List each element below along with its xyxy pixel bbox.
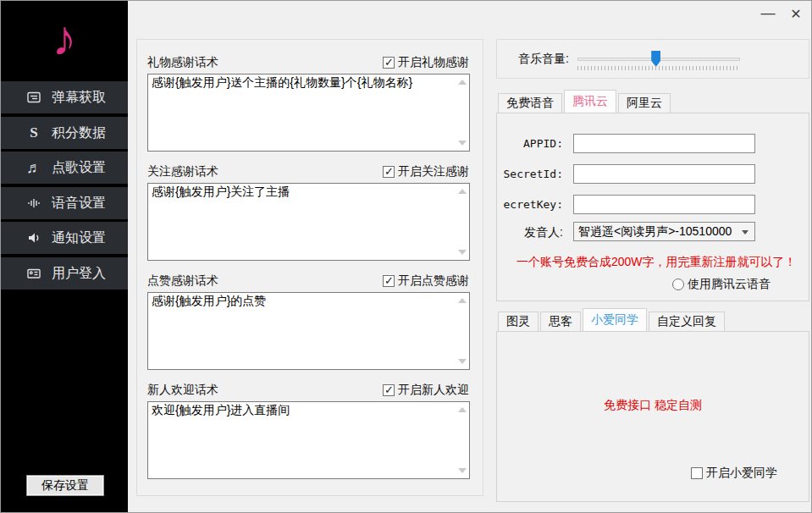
sidebar: ♪ 弹幕获取 S 积分数据 ♬ 点歌设置 语音设置 通知设置 bbox=[1, 1, 128, 513]
section-label: 礼物感谢话术 bbox=[147, 55, 218, 70]
tab-label: 自定义回复 bbox=[657, 314, 716, 329]
checkbox-icon[interactable] bbox=[383, 166, 395, 178]
thanks-phrases-panel: 礼物感谢话术 开启礼物感谢 感谢{触发用户}送个主播的{礼物数量}个{礼物名称}… bbox=[136, 39, 483, 496]
sidebar-item-song-request[interactable]: ♬ 点歌设置 bbox=[1, 152, 128, 184]
scroll-down-icon[interactable] bbox=[458, 141, 467, 146]
radio-label: 使用腾讯云语音 bbox=[688, 277, 771, 292]
secretid-label: SecretId: bbox=[497, 168, 563, 180]
gift-thanks-toggle[interactable]: 开启礼物感谢 bbox=[383, 55, 469, 70]
sidebar-item-label: 通知设置 bbox=[52, 229, 106, 247]
radio-icon[interactable] bbox=[672, 279, 684, 290]
section-label: 点赞感谢话术 bbox=[147, 273, 218, 289]
tab-label: 小爱同学 bbox=[591, 312, 638, 328]
toggle-label: 开启礼物感谢 bbox=[398, 55, 469, 70]
auto-reply-tabs: 图灵 思客 小爱同学 自定义回复 bbox=[498, 308, 726, 331]
use-tencent-voice-radio[interactable]: 使用腾讯云语音 bbox=[672, 277, 771, 292]
points-s-icon: S bbox=[25, 124, 42, 141]
tencent-cloud-panel: APPID: SecretId: ecretKey: 发音人: 智逍遥<阅读男声… bbox=[496, 113, 809, 301]
music-note-logo-icon: ♪ bbox=[52, 14, 77, 63]
newcomer-welcome-textarea[interactable]: 欢迎{触发用户}进入直播间 bbox=[148, 402, 469, 478]
sidebar-item-label: 弹幕获取 bbox=[52, 89, 106, 107]
sidebar-item-label: 点歌设置 bbox=[52, 159, 106, 177]
volume-slider-thumb[interactable] bbox=[651, 51, 660, 67]
sidebar-item-notify-settings[interactable]: 通知设置 bbox=[1, 222, 128, 254]
speaker-label: 发音人: bbox=[497, 225, 563, 240]
tab-label: 腾讯云 bbox=[572, 94, 608, 109]
tab-label: 免费语音 bbox=[506, 96, 554, 111]
free-api-notice: 免费接口 稳定自测 bbox=[497, 398, 809, 413]
secretkey-label: ecretKey: bbox=[497, 198, 563, 211]
secretkey-input[interactable] bbox=[573, 195, 755, 214]
checkbox-icon[interactable] bbox=[383, 275, 395, 287]
sidebar-item-danmaku[interactable]: 弹幕获取 bbox=[1, 81, 128, 113]
toggle-label: 开启关注感谢 bbox=[398, 164, 469, 179]
chevron-down-icon bbox=[742, 230, 748, 234]
music-volume-panel: 音乐音量: bbox=[496, 39, 809, 79]
toggle-label: 开启小爱同学 bbox=[706, 466, 777, 481]
tab-label: 阿里云 bbox=[627, 96, 662, 111]
section-label: 新人欢迎话术 bbox=[147, 383, 218, 398]
danmaku-list-icon bbox=[25, 89, 42, 106]
scroll-down-icon[interactable] bbox=[458, 250, 467, 255]
toggle-label: 开启点赞感谢 bbox=[398, 273, 469, 289]
xiaoai-panel: 免费接口 稳定自测 开启小爱同学 bbox=[496, 331, 809, 502]
tab-label: 图灵 bbox=[506, 314, 530, 329]
scroll-down-icon[interactable] bbox=[458, 468, 467, 473]
gift-thanks-textarea-frame: 感谢{触发用户}送个主播的{礼物数量}个{礼物名称} bbox=[147, 74, 470, 152]
scroll-up-icon[interactable] bbox=[458, 80, 467, 85]
sidebar-item-label: 用户登入 bbox=[52, 265, 106, 283]
follow-thanks-textarea[interactable]: 感谢{触发用户}关注了主播 bbox=[148, 184, 469, 260]
speaker-selected-value: 智逍遥<阅读男声>-10510000 bbox=[578, 224, 732, 240]
close-button[interactable]: ✕ bbox=[782, 1, 809, 26]
checkbox-icon[interactable] bbox=[383, 384, 395, 396]
volume-slider-track[interactable] bbox=[577, 58, 740, 61]
newcomer-welcome-toggle[interactable]: 开启新人欢迎 bbox=[383, 383, 469, 398]
sidebar-item-label: 积分数据 bbox=[52, 124, 106, 142]
tab-ali-cloud[interactable]: 阿里云 bbox=[618, 93, 671, 113]
tab-tencent-cloud[interactable]: 腾讯云 bbox=[564, 90, 616, 113]
scroll-up-icon[interactable] bbox=[458, 189, 467, 194]
toggle-label: 开启新人欢迎 bbox=[398, 383, 469, 398]
id-card-icon bbox=[25, 265, 42, 282]
scroll-down-icon[interactable] bbox=[458, 359, 467, 364]
follow-thanks-toggle[interactable]: 开启关注感谢 bbox=[383, 164, 469, 179]
like-thanks-toggle[interactable]: 开启点赞感谢 bbox=[383, 273, 469, 289]
tab-custom-reply[interactable]: 自定义回复 bbox=[649, 312, 725, 331]
appid-label: APPID: bbox=[497, 137, 563, 150]
sidebar-item-user-login[interactable]: 用户登入 bbox=[1, 257, 128, 290]
speaker-select[interactable]: 智逍遥<阅读男声>-10510000 bbox=[573, 222, 755, 241]
tab-free-voice[interactable]: 免费语音 bbox=[498, 93, 562, 113]
scroll-up-icon[interactable] bbox=[458, 407, 467, 412]
tab-tuling[interactable]: 图灵 bbox=[498, 312, 539, 331]
app-window: ♪ 弹幕获取 S 积分数据 ♬ 点歌设置 语音设置 通知设置 bbox=[0, 0, 812, 513]
tab-xiaoai[interactable]: 小爱同学 bbox=[583, 308, 647, 331]
volume-slider-ticks bbox=[577, 66, 740, 70]
newcomer-welcome-textarea-frame: 欢迎{触发用户}进入直播间 bbox=[147, 401, 470, 479]
section-label: 关注感谢话术 bbox=[147, 164, 218, 179]
follow-thanks-textarea-frame: 感谢{触发用户}关注了主播 bbox=[147, 183, 470, 261]
like-thanks-textarea[interactable]: 感谢{触发用户}的点赞 bbox=[148, 293, 469, 369]
like-thanks-textarea-frame: 感谢{触发用户}的点赞 bbox=[147, 292, 470, 370]
tab-sike[interactable]: 思客 bbox=[540, 312, 581, 331]
gift-thanks-textarea[interactable]: 感谢{触发用户}送个主播的{礼物数量}个{礼物名称} bbox=[148, 74, 469, 151]
tencent-free-quota-notice: 一个账号免费合成200W字，用完重新注册就可以了！ bbox=[516, 255, 797, 270]
minimize-button[interactable]: — bbox=[754, 1, 782, 26]
speaker-icon bbox=[25, 229, 42, 246]
scroll-up-icon[interactable] bbox=[458, 298, 467, 303]
tab-label: 思客 bbox=[549, 314, 572, 329]
voice-provider-tabs: 免费语音 腾讯云 阿里云 bbox=[498, 90, 672, 113]
waveform-icon bbox=[25, 195, 42, 212]
volume-label: 音乐音量: bbox=[518, 52, 569, 67]
appid-input[interactable] bbox=[573, 134, 755, 153]
checkbox-icon[interactable] bbox=[691, 467, 703, 479]
sidebar-item-points[interactable]: S 积分数据 bbox=[1, 117, 128, 149]
save-settings-button[interactable]: 保存设置 bbox=[26, 475, 104, 496]
checkbox-icon[interactable] bbox=[383, 57, 395, 69]
enable-xiaoai-toggle[interactable]: 开启小爱同学 bbox=[691, 466, 777, 481]
sidebar-item-voice-settings[interactable]: 语音设置 bbox=[1, 187, 128, 219]
music-notes-icon: ♬ bbox=[25, 159, 42, 176]
app-logo: ♪ bbox=[1, 1, 128, 78]
sidebar-item-label: 语音设置 bbox=[52, 195, 106, 212]
secretid-input[interactable] bbox=[573, 164, 755, 184]
